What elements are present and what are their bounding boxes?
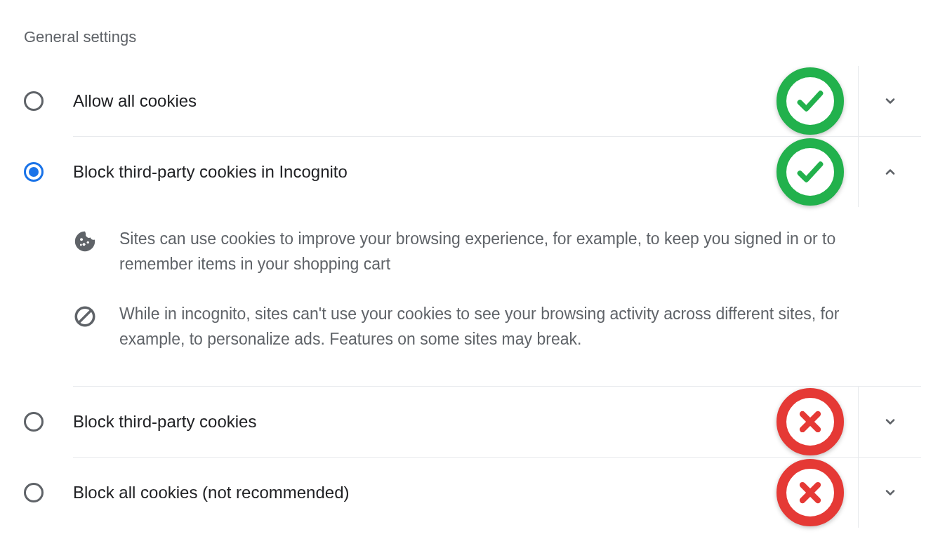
chevron-up-icon	[883, 165, 897, 179]
radio-button[interactable]	[24, 483, 44, 502]
check-badge-icon	[777, 138, 844, 206]
detail-text: Sites can use cookies to improve your br…	[119, 227, 858, 276]
svg-point-3	[80, 244, 82, 246]
expand-toggle[interactable]	[858, 66, 921, 136]
cross-badge-icon	[777, 388, 844, 455]
cookie-option-block-all[interactable]: Block all cookies (not recommended)	[73, 458, 921, 528]
chevron-down-icon	[883, 415, 897, 429]
chevron-down-icon	[883, 94, 897, 108]
expand-toggle[interactable]	[858, 387, 921, 457]
svg-point-1	[83, 243, 86, 246]
cookie-option-block-third-party[interactable]: Block third-party cookies	[73, 387, 921, 457]
expand-toggle[interactable]	[858, 137, 921, 207]
expand-toggle[interactable]	[858, 458, 921, 528]
option-label: Block third-party cookies in Incognito	[73, 162, 762, 182]
block-icon	[73, 305, 97, 328]
general-settings-section: General settings Allow all cookies Block…	[24, 28, 921, 528]
svg-point-0	[80, 238, 83, 241]
detail-text: While in incognito, sites can't use your…	[119, 302, 858, 352]
radio-button[interactable]	[24, 162, 44, 182]
svg-line-5	[79, 311, 91, 323]
radio-button[interactable]	[24, 412, 44, 432]
radio-button[interactable]	[24, 91, 44, 111]
chevron-down-icon	[883, 486, 897, 500]
detail-item: Sites can use cookies to improve your br…	[73, 214, 921, 289]
cookie-icon	[73, 229, 97, 253]
option-label: Block all cookies (not recommended)	[73, 483, 762, 502]
check-badge-icon	[777, 67, 844, 135]
cross-badge-icon	[777, 459, 844, 526]
section-title: General settings	[24, 28, 921, 46]
detail-item: While in incognito, sites can't use your…	[73, 289, 921, 364]
option-label: Allow all cookies	[73, 91, 762, 111]
cookie-option-allow-all[interactable]: Allow all cookies	[24, 66, 921, 136]
svg-point-2	[87, 241, 89, 244]
option-details: Sites can use cookies to improve your br…	[73, 207, 921, 386]
option-label: Block third-party cookies	[73, 412, 762, 432]
cookie-option-block-incognito[interactable]: Block third-party cookies in Incognito	[73, 137, 921, 207]
